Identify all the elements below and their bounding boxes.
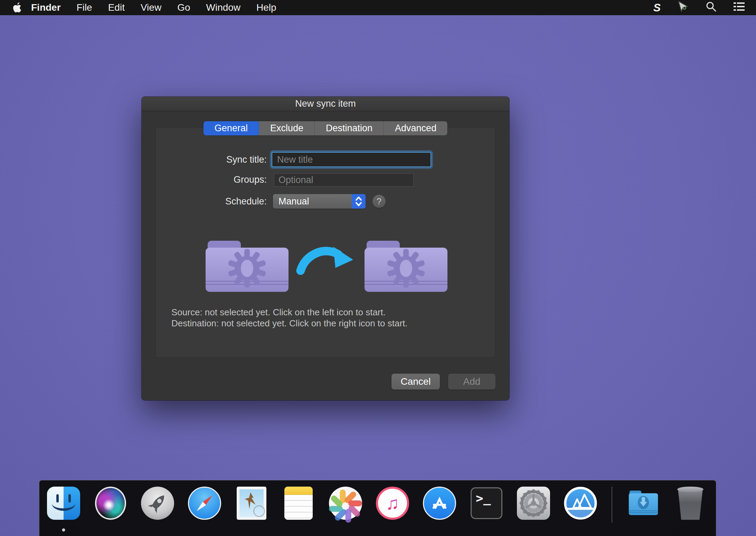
compass-icon (188, 487, 221, 520)
dock-mountain-app-icon[interactable] (564, 487, 597, 520)
dock-terminal-icon[interactable]: >_ (470, 487, 503, 520)
menu-item-edit[interactable]: Edit (108, 2, 125, 13)
synctime-menu-icon[interactable]: S (653, 1, 661, 14)
apple-menu-icon[interactable] (13, 2, 22, 13)
dock-finder-icon[interactable] (47, 487, 80, 520)
schedule-selected-value: Manual (273, 196, 352, 207)
trash-bin-icon (677, 487, 704, 520)
dock-siri-icon[interactable] (94, 487, 127, 520)
finder-face-icon (47, 487, 80, 520)
dock-launchpad-icon[interactable] (141, 487, 174, 520)
terminal-prompt-icon: >_ (471, 487, 502, 519)
new-sync-item-dialog: New sync item General Exclude Destinatio… (142, 97, 509, 400)
menu-item-window[interactable]: Window (206, 2, 240, 13)
menu-item-view[interactable]: View (141, 2, 161, 13)
add-button[interactable]: Add (448, 374, 495, 390)
pointer-tool-icon[interactable] (677, 1, 689, 15)
tab-advanced[interactable]: Advanced (384, 121, 447, 135)
mountain-peaks-icon (564, 487, 597, 520)
menu-item-go[interactable]: Go (177, 2, 190, 13)
dock-mail-icon[interactable] (235, 487, 268, 520)
source-folder-icon[interactable] (202, 233, 292, 295)
flower-icon (329, 487, 362, 520)
dialog-title: New sync item (295, 98, 356, 109)
dock-system-preferences-icon[interactable] (517, 487, 550, 520)
help-button[interactable]: ? (372, 195, 386, 208)
dock-app-store-icon[interactable] (423, 487, 456, 520)
notepad-icon (284, 487, 313, 520)
groups-label: Groups: (162, 173, 267, 186)
siri-orb-icon (95, 487, 126, 520)
dock-safari-icon[interactable] (188, 487, 221, 520)
destination-folder-icon[interactable] (361, 233, 451, 295)
app-store-a-icon (423, 487, 456, 520)
tab-bar: General Exclude Destination Advanced (204, 121, 447, 135)
dock-trash-icon[interactable] (674, 487, 707, 520)
tab-destination[interactable]: Destination (315, 121, 384, 135)
dock-notes-icon[interactable] (282, 487, 315, 520)
sync-title-input[interactable] (272, 152, 431, 167)
groups-input[interactable] (274, 173, 414, 186)
dock-divider (612, 487, 612, 523)
dock-music-icon[interactable]: ♫ (376, 487, 409, 520)
dock: ♫ >_ (39, 480, 716, 536)
spotlight-search-icon[interactable] (706, 1, 717, 15)
destination-status-text: Destination: not selected yet. Click on … (171, 318, 408, 329)
dialog-title-bar[interactable]: New sync item (142, 97, 509, 111)
menu-item-file[interactable]: File (77, 2, 92, 13)
dock-photos-icon[interactable] (329, 487, 362, 520)
menu-item-finder[interactable]: Finder (31, 2, 61, 13)
cancel-button[interactable]: Cancel (391, 374, 440, 390)
tab-general[interactable]: General (204, 121, 259, 135)
schedule-popup-button[interactable]: Manual (273, 194, 366, 209)
downloads-folder-glyph (627, 487, 660, 520)
schedule-label: Schedule: (162, 194, 267, 208)
rocket-icon (141, 487, 174, 520)
menubar-status-icons: S (653, 1, 748, 15)
tab-exclude[interactable]: Exclude (259, 121, 315, 135)
source-status-text: Source: not selected yet. Click on the l… (171, 307, 386, 318)
menu-item-help[interactable]: Help (256, 2, 276, 13)
sync-direction-arrow-icon (296, 245, 354, 279)
list-menu-icon[interactable] (733, 1, 745, 14)
music-note-icon: ♫ (376, 487, 409, 520)
gear-icon (517, 487, 550, 520)
stamp-icon (237, 487, 266, 520)
sync-title-label: Sync title: (162, 153, 267, 166)
menu-bar: Finder File Edit View Go Window Help S (0, 0, 756, 15)
dock-downloads-folder-icon[interactable] (627, 487, 660, 520)
popup-stepper-icon (352, 194, 366, 209)
